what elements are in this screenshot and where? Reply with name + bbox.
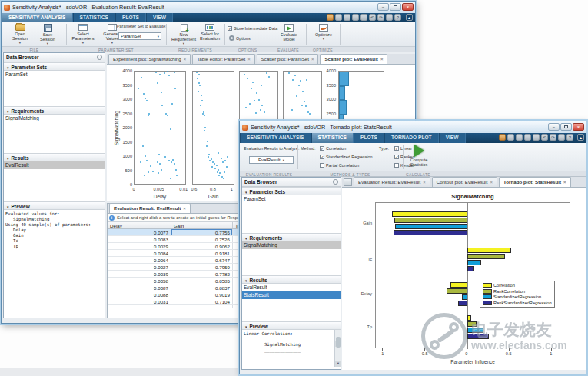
section-header-requirements[interactable]: ▼Requirements — [4, 106, 105, 115]
table-cell[interactable]: 0.0031 — [108, 298, 171, 304]
maximize-button[interactable] — [560, 123, 572, 131]
table-cell[interactable]: 0.0039 — [108, 271, 171, 277]
table-cell[interactable]: 0.0077 — [108, 229, 171, 235]
close-icon[interactable]: × — [490, 178, 493, 187]
close-icon[interactable]: × — [247, 55, 251, 64]
window2-titlebar[interactable]: Sensitivity Analysis* - sdoVOR - Tornado… — [240, 121, 586, 133]
scatter-panel-gain[interactable] — [192, 71, 234, 185]
close-icon[interactable]: × — [380, 55, 384, 64]
tab-sensitivity-analysis[interactable]: SENSITIVITY ANALYSIS — [240, 133, 311, 143]
method-checkbox[interactable]: Partial Correlation — [320, 163, 359, 168]
save-session-button[interactable]: Save Session▾ — [35, 24, 60, 47]
doc-tab[interactable]: Contour plot: EvalResult× — [432, 177, 497, 187]
close-button[interactable]: × — [402, 3, 414, 11]
undo-icon[interactable]: ↶ — [541, 134, 548, 141]
tornado-plot-area[interactable] — [375, 202, 570, 348]
preview-scrollbar[interactable]: ▲ ▼ — [334, 330, 341, 367]
tab-plots[interactable]: PLOTS — [354, 133, 384, 143]
doc-tab[interactable]: Tornado plot: StatsResult× — [499, 177, 571, 187]
paste-icon[interactable] — [360, 14, 367, 21]
preview-section-header[interactable]: ▼Preview — [4, 201, 105, 210]
table-cell[interactable]: 0.7526 — [171, 236, 233, 242]
column-header-gain[interactable]: Gain — [171, 222, 233, 228]
doc-tab[interactable]: Scatter plot: ParamSet× — [257, 54, 319, 64]
close-button[interactable]: × — [573, 123, 584, 131]
table-cell[interactable]: 0.0084 — [108, 250, 171, 256]
list-item[interactable]: ParamSet — [4, 71, 105, 78]
minimize-toolstrip-icon[interactable]: ▴ — [406, 14, 413, 21]
column-header-delay[interactable]: Delay — [108, 222, 171, 228]
minimize-button[interactable]: − — [377, 3, 389, 11]
optimize-button[interactable]: Optimize▾ — [309, 24, 338, 42]
section-header-parameter-sets[interactable]: ▼Parameter Sets — [4, 62, 105, 71]
section-header-parameter-sets[interactable]: ▼Parameter Sets — [242, 187, 341, 195]
doc-tab[interactable]: Evaluation Result: EvalResult× — [354, 177, 430, 187]
minimize-toolstrip-icon[interactable]: ▴ — [577, 134, 584, 141]
new-session-icon[interactable] — [499, 134, 506, 141]
table-cell[interactable]: 0.7959 — [171, 264, 233, 270]
list-item[interactable]: SignalMatching — [242, 241, 341, 249]
table-cell[interactable]: 0.0029 — [108, 243, 171, 249]
table-cell[interactable]: 0.0087 — [108, 284, 171, 291]
results-analyze-combo[interactable]: EvalResult▾ — [249, 156, 294, 164]
paste-icon[interactable] — [533, 134, 540, 141]
tab-statistics[interactable]: STATISTICS — [311, 133, 354, 143]
close-icon[interactable]: × — [183, 204, 186, 213]
window1-titlebar[interactable]: Sensitivity Analysis* - sdoVOR - Evaluat… — [2, 2, 415, 13]
table-cell[interactable]: 0.0088 — [108, 291, 171, 298]
table-cell[interactable]: 0.0027 — [108, 264, 171, 270]
tab-statistics[interactable]: STATISTICS — [73, 13, 116, 22]
preview-section-header[interactable]: ▼Preview — [242, 321, 341, 330]
table-cell[interactable]: 0.0083 — [108, 236, 171, 242]
list-item[interactable]: ParamSet — [242, 195, 341, 203]
table-cell[interactable]: 0.9181 — [171, 250, 233, 256]
tab-evaluation-result[interactable]: Evaluation Result: EvalResult × — [109, 203, 191, 213]
param-set-combo[interactable]: ParamSet▾ — [118, 32, 161, 40]
tab-sensitivity-analysis[interactable]: SENSITIVITY ANALYSIS — [2, 13, 73, 22]
table-cell[interactable]: 0.9062 — [171, 243, 233, 249]
help-icon[interactable]: ? — [394, 14, 401, 21]
options-button[interactable]: Options — [229, 35, 251, 41]
doc-tab[interactable]: Table editor: ParamSet× — [192, 54, 254, 64]
close-icon[interactable]: × — [563, 178, 566, 187]
copy-icon[interactable] — [524, 134, 531, 141]
select-parameters-button[interactable]: Select Parameters▾ — [69, 24, 97, 46]
compute-statistics-button[interactable]: Compute Statistics — [406, 145, 432, 167]
table-cell[interactable]: 0.8837 — [171, 284, 233, 291]
print-icon[interactable] — [558, 134, 565, 141]
redo-icon[interactable]: ↷ — [550, 134, 556, 141]
scatter-panel-delay[interactable] — [134, 71, 186, 185]
list-item[interactable]: EvalResult — [242, 284, 341, 291]
new-requirement-button[interactable]: New Requirement▾ — [169, 24, 198, 47]
table-cell[interactable]: 0.9019 — [171, 291, 233, 298]
doc-tab[interactable]: Scatter plot: EvalResult× — [320, 54, 387, 64]
panel-menu-icon[interactable] — [333, 179, 338, 185]
evaluate-model-button[interactable]: Evaluate Model — [274, 24, 304, 42]
close-icon[interactable]: × — [311, 55, 314, 64]
table-cell[interactable]: 0.7782 — [171, 271, 233, 277]
undo-icon[interactable]: ↶ — [369, 14, 376, 21]
panel-menu-icon[interactable] — [97, 55, 102, 60]
print-icon[interactable] — [386, 14, 393, 21]
cut-icon[interactable] — [516, 134, 523, 141]
save-icon[interactable] — [507, 134, 514, 141]
minimize-button[interactable]: − — [548, 123, 560, 131]
dock-icon[interactable] — [344, 178, 352, 186]
select-for-evaluation-button[interactable]: Select for Evaluation — [195, 24, 224, 41]
help-icon[interactable]: ? — [566, 134, 573, 141]
section-header-results[interactable]: ▼Results — [4, 153, 105, 161]
scroll-down-icon[interactable]: ▼ — [335, 361, 341, 367]
method-checkbox[interactable]: ✓Standardized Regression — [320, 155, 373, 159]
table-cell[interactable]: 0.7104 — [171, 298, 233, 304]
tab-tornado-plot[interactable]: TORNADO PLOT — [384, 133, 439, 143]
table-cell[interactable]: 0.6747 — [171, 257, 233, 263]
maximize-button[interactable] — [390, 3, 401, 11]
list-item[interactable]: EvalResult — [4, 161, 105, 169]
table-cell[interactable]: 0.0058 — [108, 278, 171, 284]
tab-plots[interactable]: PLOTS — [115, 13, 146, 22]
section-header-results[interactable]: ▼Results — [242, 275, 341, 284]
new-session-icon[interactable] — [327, 14, 334, 21]
close-icon[interactable]: × — [423, 178, 426, 187]
copy-icon[interactable] — [352, 14, 359, 21]
redo-icon[interactable]: ↷ — [377, 14, 384, 21]
